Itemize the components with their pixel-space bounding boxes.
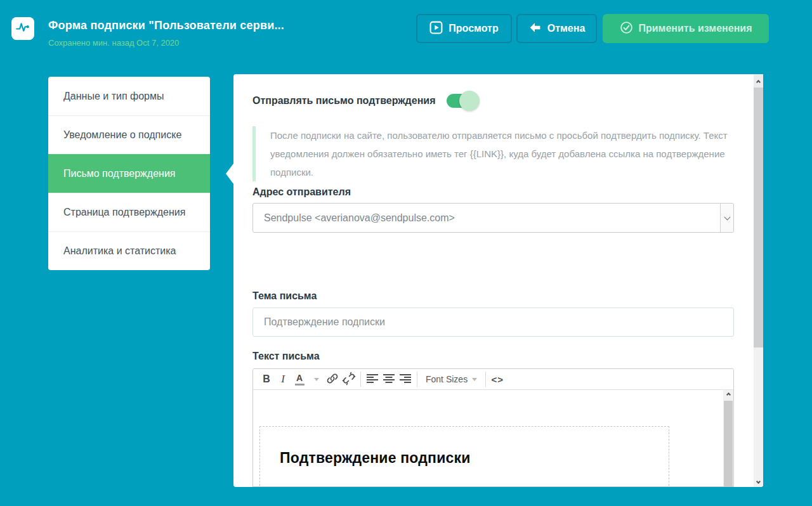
- sidebar-item-confirmation-page[interactable]: Страница подтверждения: [48, 193, 210, 231]
- check-circle-icon: [620, 21, 633, 37]
- arrow-left-icon: [528, 21, 542, 37]
- app-logo[interactable]: [11, 17, 34, 40]
- align-left-button[interactable]: [364, 371, 381, 387]
- sidebar-item-label: Аналитика и статистика: [63, 245, 176, 257]
- active-item-pointer: [226, 164, 233, 184]
- caret-down-icon: [314, 378, 319, 381]
- text-color-button[interactable]: A: [291, 371, 308, 387]
- apply-changes-button[interactable]: Применить изменения: [603, 14, 769, 43]
- panel-scrollbar-thumb[interactable]: [754, 88, 763, 347]
- preview-button-label: Просмотр: [449, 23, 498, 34]
- toolbar-divider: [417, 372, 417, 387]
- sender-address-label: Адрес отправителя: [252, 186, 351, 198]
- saved-status: Сохранено мин. назад Oct 7, 2020: [48, 38, 284, 48]
- text-color-menu-button[interactable]: [308, 371, 324, 387]
- italic-button[interactable]: I: [275, 371, 291, 387]
- caret-down-icon: [472, 378, 477, 381]
- sender-address-value: Sendpulse <averianova@sendpulse.com>: [253, 212, 720, 224]
- play-icon: [429, 21, 443, 37]
- page-title: Форма подписки "Пользователи серви...: [48, 19, 284, 32]
- sidebar-item-subscription-notification[interactable]: Уведомление о подписке: [48, 115, 210, 154]
- align-center-button[interactable]: [381, 371, 397, 387]
- cancel-button[interactable]: Отмена: [516, 14, 597, 43]
- scroll-down-icon[interactable]: [754, 482, 763, 483]
- editor-toolbar: B I A: [253, 369, 733, 390]
- confirmation-email-toggle[interactable]: [447, 94, 476, 108]
- sidebar-item-analytics[interactable]: Аналитика и статистика: [48, 231, 210, 270]
- bold-button[interactable]: B: [258, 371, 275, 387]
- header-title-block: Форма подписки "Пользователи серви... Со…: [48, 19, 284, 48]
- toolbar-divider: [360, 372, 361, 387]
- select-dropdown-zone[interactable]: [720, 204, 733, 232]
- email-body-editor: B I A: [252, 368, 734, 487]
- chevron-down-icon: [724, 214, 730, 220]
- sidebar-item-label: Данные и тип формы: [63, 91, 164, 102]
- editor-scrollbar[interactable]: [723, 390, 733, 487]
- remove-link-button[interactable]: [341, 371, 357, 387]
- sidebar-item-label: Страница подтверждения: [63, 207, 185, 218]
- editable-block[interactable]: Подтверждение подписки: [259, 426, 669, 487]
- sidebar-item-form-data[interactable]: Данные и тип формы: [48, 77, 210, 115]
- link-icon: [325, 372, 339, 387]
- toolbar-divider: [485, 372, 486, 387]
- font-sizes-label: Font Sizes: [426, 374, 468, 384]
- subject-label: Тема письма: [252, 290, 317, 302]
- toggle-label: Отправлять письмо подтверждения: [252, 95, 435, 107]
- editor-content-area[interactable]: Подтверждение подписки: [253, 390, 733, 487]
- source-code-button[interactable]: <>: [489, 371, 506, 387]
- sender-address-select[interactable]: Sendpulse <averianova@sendpulse.com>: [252, 203, 734, 233]
- cancel-button-label: Отмена: [547, 23, 586, 34]
- settings-panel: Отправлять письмо подтверждения После по…: [233, 74, 763, 487]
- align-right-icon: [399, 373, 412, 386]
- email-heading: Подтверждение подписки: [280, 450, 669, 467]
- panel-scrollbar[interactable]: [754, 74, 763, 487]
- unlink-icon: [342, 372, 356, 387]
- toggle-knob: [459, 91, 480, 111]
- preview-button[interactable]: Просмотр: [416, 14, 512, 43]
- apply-changes-label: Применить изменения: [639, 23, 752, 34]
- sidebar-item-label: Письмо подтверждения: [63, 168, 175, 179]
- editor-scrollbar-thumb[interactable]: [724, 401, 733, 487]
- body-label: Текст письма: [252, 351, 320, 362]
- align-right-button[interactable]: [397, 371, 414, 387]
- settings-sidebar: Данные и тип формы Уведомление о подписк…: [48, 77, 210, 270]
- sidebar-item-confirmation-email[interactable]: Письмо подтверждения: [48, 154, 210, 193]
- insert-link-button[interactable]: [324, 371, 341, 387]
- font-sizes-dropdown[interactable]: Font Sizes: [421, 371, 482, 387]
- align-center-icon: [383, 373, 395, 386]
- scroll-up-icon[interactable]: [723, 393, 733, 394]
- subject-input[interactable]: [252, 308, 734, 337]
- sidebar-item-label: Уведомление о подписке: [63, 129, 181, 141]
- text-color-icon: A: [295, 373, 304, 386]
- info-note: После подписки на сайте, пользователю от…: [252, 126, 728, 181]
- align-left-icon: [366, 373, 379, 386]
- pulse-icon: [15, 19, 31, 38]
- scroll-up-button[interactable]: [754, 74, 763, 88]
